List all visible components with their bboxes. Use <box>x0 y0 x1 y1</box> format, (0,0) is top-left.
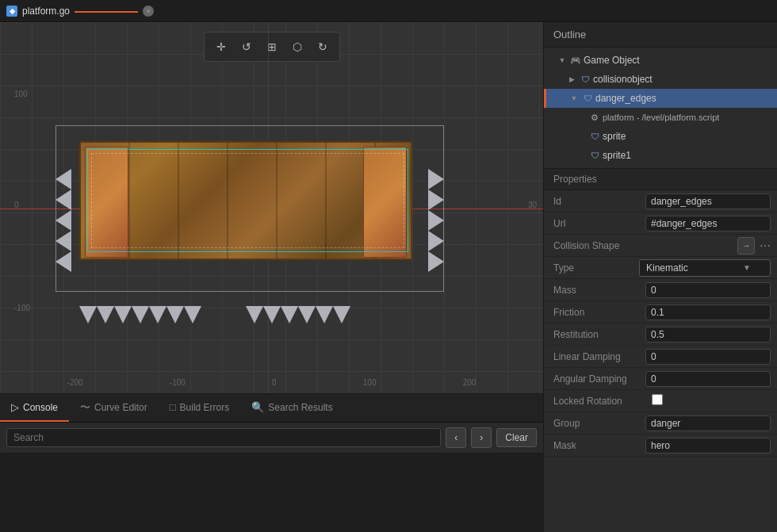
clear-button[interactable]: Clear <box>496 428 537 447</box>
friction-input[interactable] <box>645 304 771 320</box>
tab-curve-editor[interactable]: 〜 Curve Editor <box>69 394 159 422</box>
build-icon: □ <box>170 401 176 413</box>
search-tab-icon: 🔍 <box>251 401 264 413</box>
bbox-inner-dashed <box>91 153 404 248</box>
spike-v-r2 <box>263 306 281 323</box>
tree-item-game-object[interactable]: ▼ 🎮 Game Object <box>544 51 777 70</box>
console-content <box>0 454 543 532</box>
spike-h-2 <box>56 189 71 210</box>
prop-value-url[interactable] <box>639 216 777 232</box>
url-input[interactable] <box>645 216 771 232</box>
collision-shape-more-button[interactable]: ⋯ <box>756 237 774 255</box>
spike-h-3 <box>56 210 71 231</box>
refresh-button[interactable]: ↻ <box>311 36 335 58</box>
properties-content: Id Url Collision Shape → ⋯ <box>544 190 777 532</box>
danger-edges-label: danger_edges <box>595 93 656 104</box>
main-layout: ✛ ↺ ⊞ ⬡ ↻ 100 0 -100 30 -200 -100 0 100 … <box>0 22 777 532</box>
tree-item-danger-edges-row[interactable]: ▼ 🛡 danger_edges <box>544 89 777 108</box>
polygon-tool-button[interactable]: ⬡ <box>285 36 309 58</box>
y-axis-label-top: 100 <box>14 90 28 98</box>
rotate-tool-button[interactable]: ↺ <box>235 36 258 58</box>
linear-damping-input[interactable] <box>645 349 771 365</box>
tree-item-sprite1[interactable]: ▶ 🛡 sprite1 <box>544 146 777 165</box>
nav-prev-button[interactable]: ‹ <box>446 427 466 448</box>
prop-value-restitution[interactable] <box>639 327 777 343</box>
mass-input[interactable] <box>645 282 771 298</box>
build-errors-tab-label: Build Errors <box>180 402 230 413</box>
tree-arrow-collision: ▶ <box>566 74 577 85</box>
prop-value-mask[interactable] <box>639 438 777 454</box>
scale-tool-button[interactable]: ⊞ <box>260 36 284 58</box>
spike-v-7 <box>184 306 201 323</box>
mask-input[interactable] <box>645 438 771 454</box>
tree-item-sprite[interactable]: ▶ 🛡 sprite <box>544 127 777 146</box>
spike-v-4 <box>132 306 149 323</box>
sprite-icon: 🛡 <box>589 131 600 142</box>
group-input[interactable] <box>645 415 771 431</box>
prop-row-friction: Friction <box>544 301 777 323</box>
spikes-bottom-left <box>79 306 201 323</box>
prop-value-friction[interactable] <box>639 304 777 320</box>
type-select-display[interactable]: Kinematic ▼ <box>639 259 771 277</box>
type-dropdown-container[interactable]: Kinematic ▼ <box>639 258 777 278</box>
spike-hr-2 <box>428 189 444 210</box>
tab-build-errors[interactable]: □ Build Errors <box>159 394 241 422</box>
x-label-5: 200 <box>463 378 477 387</box>
prop-label-group: Group <box>544 418 639 429</box>
search-input[interactable] <box>6 428 441 447</box>
type-arrow-icon: ▼ <box>743 263 751 272</box>
bottom-tabs: ▷ Console 〜 Curve Editor □ Build Errors … <box>0 394 543 423</box>
close-tab-button[interactable]: × <box>143 6 154 17</box>
spike-v-r5 <box>316 306 333 323</box>
tree-item-platform-script[interactable]: ▶ ⚙ platform - /level/platform.script <box>544 108 777 127</box>
x-label-1: -200 <box>67 378 83 387</box>
prop-value-mass[interactable] <box>639 282 777 298</box>
sprite1-label: sprite1 <box>603 150 631 161</box>
spike-v-6 <box>166 306 184 323</box>
nav-next-button[interactable]: › <box>471 427 492 448</box>
spike-v-1 <box>79 306 97 323</box>
move-tool-button[interactable]: ✛ <box>209 36 233 58</box>
x-label-2: -100 <box>170 378 186 387</box>
prop-row-restitution: Restitution <box>544 323 777 346</box>
locked-rotation-checkbox[interactable] <box>652 394 663 405</box>
console-icon: ▷ <box>11 401 19 413</box>
viewport[interactable]: ✛ ↺ ⊞ ⬡ ↻ 100 0 -100 30 -200 -100 0 100 … <box>0 22 543 393</box>
viewport-toolbar: ✛ ↺ ⊞ ⬡ ↻ <box>204 32 340 62</box>
x-label-4: 100 <box>363 378 377 387</box>
danger-edges-icon: 🛡 <box>582 93 593 104</box>
collision-shape-link-button[interactable]: → <box>737 237 755 255</box>
angular-damping-input[interactable] <box>645 371 771 387</box>
x-label-3: 0 <box>272 378 277 387</box>
curve-icon: 〜 <box>80 400 90 415</box>
spike-hr-5 <box>428 251 444 272</box>
prop-label-mask: Mask <box>544 440 639 451</box>
prop-label-angular-damping: Angular Damping <box>544 373 639 385</box>
spike-v-r4 <box>298 306 316 323</box>
bottom-panel: ▷ Console 〜 Curve Editor □ Build Errors … <box>0 393 543 532</box>
tab-console[interactable]: ▷ Console <box>0 394 69 422</box>
type-value: Kinematic <box>646 262 688 274</box>
tab-search-results[interactable]: 🔍 Search Results <box>240 394 343 422</box>
x-axis-labels: -200 -100 0 100 200 <box>24 378 543 387</box>
prop-label-type: Type <box>544 262 639 274</box>
prop-value-group[interactable] <box>639 415 777 431</box>
spike-h-5 <box>56 251 71 272</box>
prop-row-collision-shape: Collision Shape → ⋯ <box>544 235 777 257</box>
prop-value-linear-damping[interactable] <box>639 349 777 365</box>
spike-v-5 <box>149 306 166 323</box>
console-tab-label: Console <box>23 402 58 413</box>
tree-item-collisionobject[interactable]: ▶ 🛡 collisionobject <box>544 70 777 89</box>
prop-label-mass: Mass <box>544 285 639 296</box>
id-input[interactable] <box>645 193 771 209</box>
search-results-tab-label: Search Results <box>268 402 332 413</box>
prop-value-id[interactable] <box>639 193 777 209</box>
prop-row-linear-damping: Linear Damping <box>544 346 777 368</box>
spike-v-3 <box>114 306 132 323</box>
restitution-input[interactable] <box>645 327 771 343</box>
collision-object-icon: 🛡 <box>580 74 591 85</box>
prop-value-angular-damping[interactable] <box>639 371 777 387</box>
script-icon: ⚙ <box>589 112 600 123</box>
prop-value-locked-rotation[interactable] <box>639 394 777 408</box>
prop-row-mass: Mass <box>544 279 777 301</box>
